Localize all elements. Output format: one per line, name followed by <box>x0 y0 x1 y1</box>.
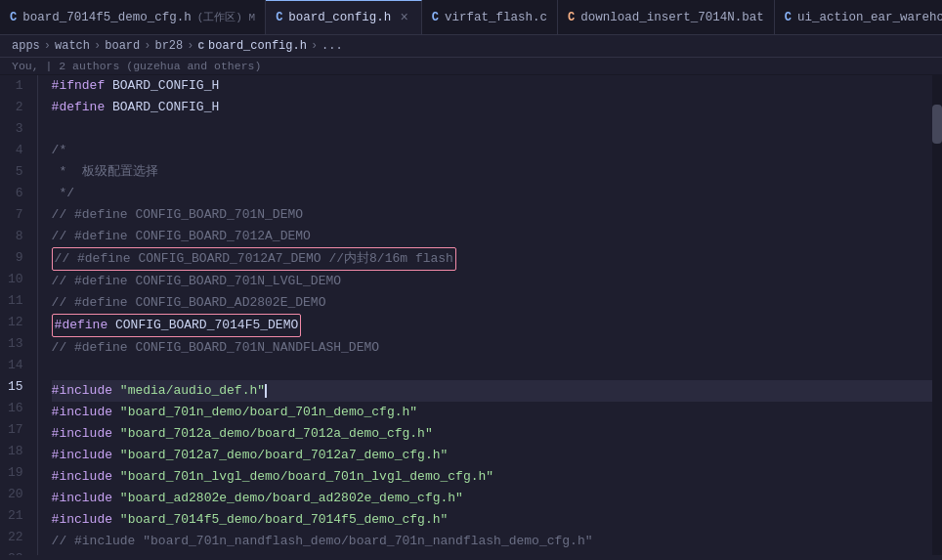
tab-download-bat[interactable]: C download_insert_7014N.bat <box>558 0 775 34</box>
ln12: 12 <box>8 312 23 333</box>
ln16: 16 <box>8 398 23 419</box>
highlight-line-9: // #define CONFIG_BOARD_7012A7_DEMO //内封… <box>52 247 456 271</box>
crumb-board[interactable]: board <box>105 39 140 53</box>
text-cursor <box>265 384 267 398</box>
author-info: You, | 2 authors (guzehua and others) <box>0 58 942 75</box>
code-line-22: // #include "board_701n_nandflash_demo/b… <box>52 531 932 552</box>
code-line-9: // #define CONFIG_BOARD_7012A7_DEMO //内封… <box>52 247 932 271</box>
ln19: 19 <box>8 462 23 484</box>
code-line-3 <box>52 118 932 140</box>
ln22: 22 <box>8 527 23 548</box>
code-line-6: */ <box>52 183 932 204</box>
tab-label-1: board_7014f5_demo_cfg.h <box>22 11 192 24</box>
code-line-10: // #define CONFIG_BOARD_701N_LVGL_DEMO <box>52 271 932 292</box>
code-line-13: // #define CONFIG_BOARD_701N_NANDFLASH_D… <box>52 337 932 359</box>
code-line-14 <box>52 359 932 380</box>
code-line-11: // #define CONFIG_BOARD_AD2802E_DEMO <box>52 292 932 314</box>
ln11: 11 <box>8 290 23 312</box>
vertical-scrollbar[interactable] <box>932 75 942 555</box>
ln13: 13 <box>8 333 23 355</box>
tab-suffix-1: (工作区) M <box>197 10 255 24</box>
ln9: 9 <box>8 247 23 269</box>
line-numbers: 1 2 3 4 5 6 7 8 9 10 11 12 13 14 15 16 1… <box>0 75 38 555</box>
code-line-18: #include "board_7012a7_demo/board_7012a7… <box>52 445 932 466</box>
code-line-7: // #define CONFIG_BOARD_701N_DEMO <box>52 204 932 226</box>
ln3: 3 <box>8 118 23 140</box>
code-area[interactable]: #ifndef BOARD_CONFIG_H #define BOARD_CON… <box>38 75 932 555</box>
ln2: 2 <box>8 97 23 118</box>
crumb-file-icon: C <box>197 40 204 52</box>
highlight-line-12: #define CONFIG_BOARD_7014F5_DEMO <box>52 314 302 337</box>
ln18: 18 <box>8 441 23 462</box>
kw-define-2: #define <box>52 97 106 118</box>
code-line-21: #include "board_7014f5_demo/board_7014f5… <box>52 509 932 531</box>
tab-bar: C board_7014f5_demo_cfg.h (工作区) M C boar… <box>0 0 942 35</box>
ln23: 23 <box>8 548 23 555</box>
code-line-2: #define BOARD_CONFIG_H <box>52 97 932 118</box>
kw-ifndef: #ifndef <box>52 75 106 97</box>
tab-label-3: virfat_flash.c <box>445 11 547 24</box>
author-text: You, | 2 authors (guzehua and others) <box>12 60 261 72</box>
ln1: 1 <box>8 75 23 97</box>
ln14: 14 <box>8 355 23 376</box>
code-line-4: /* <box>52 140 932 161</box>
ln6: 6 <box>8 183 23 204</box>
tab-label-2: board_config.h <box>288 11 391 24</box>
ln4: 4 <box>8 140 23 161</box>
tab-icon-c-3: C <box>432 11 439 24</box>
tab-close-button[interactable]: × <box>397 9 410 26</box>
code-line-12: #define CONFIG_BOARD_7014F5_DEMO <box>52 314 932 337</box>
ln10: 10 <box>8 269 23 290</box>
tab-virfat-flash[interactable]: C virfat_flash.c <box>422 0 558 34</box>
code-line-15: #include "media/audio_def.h" <box>52 380 932 402</box>
scrollbar-thumb[interactable] <box>932 105 942 144</box>
code-line-20: #include "board_ad2802e_demo/board_ad280… <box>52 488 932 509</box>
code-line-1: #ifndef BOARD_CONFIG_H <box>52 75 932 97</box>
tab-icon-c-active: C <box>276 11 282 24</box>
ln5: 5 <box>8 161 23 183</box>
tab-icon-c-5: C <box>785 11 792 24</box>
tab-label-5: ui_action_ear_warehouse. <box>797 11 942 24</box>
tab-label-4: download_insert_7014N.bat <box>580 11 764 24</box>
code-line-16: #include "board_701n_demo/board_701n_dem… <box>52 402 932 423</box>
ln15: 15 <box>8 376 23 398</box>
crumb-watch[interactable]: watch <box>55 39 90 53</box>
crumb-dots[interactable]: ... <box>321 39 343 53</box>
code-line-17: #include "board_7012a_demo/board_7012a_d… <box>52 423 932 445</box>
code-editor: 1 2 3 4 5 6 7 8 9 10 11 12 13 14 15 16 1… <box>0 75 942 555</box>
code-line-5: * 板级配置选择 <box>52 161 932 183</box>
tab-ui-action[interactable]: C ui_action_ear_warehouse. <box>775 0 942 34</box>
code-line-8: // #define CONFIG_BOARD_7012A_DEMO <box>52 226 932 247</box>
tab-icon-bat: C <box>568 11 575 24</box>
breadcrumb: apps › watch › board › br28 › C board_co… <box>0 35 942 58</box>
ln7: 7 <box>8 204 23 226</box>
ln21: 21 <box>8 505 23 527</box>
tab-board-config[interactable]: C board_config.h × <box>266 0 422 34</box>
ln20: 20 <box>8 484 23 505</box>
crumb-br28[interactable]: br28 <box>154 39 183 53</box>
crumb-apps[interactable]: apps <box>12 39 40 53</box>
editor-window: C board_7014f5_demo_cfg.h (工作区) M C boar… <box>0 0 942 555</box>
crumb-file[interactable]: board_config.h <box>208 39 307 53</box>
tab-icon-c: C <box>10 11 17 24</box>
ln17: 17 <box>8 419 23 441</box>
code-line-19: #include "board_701n_lvgl_demo/board_701… <box>52 466 932 488</box>
tab-board-demo-cfg[interactable]: C board_7014f5_demo_cfg.h (工作区) M <box>0 0 266 34</box>
code-line-23 <box>52 552 932 555</box>
ln8: 8 <box>8 226 23 247</box>
